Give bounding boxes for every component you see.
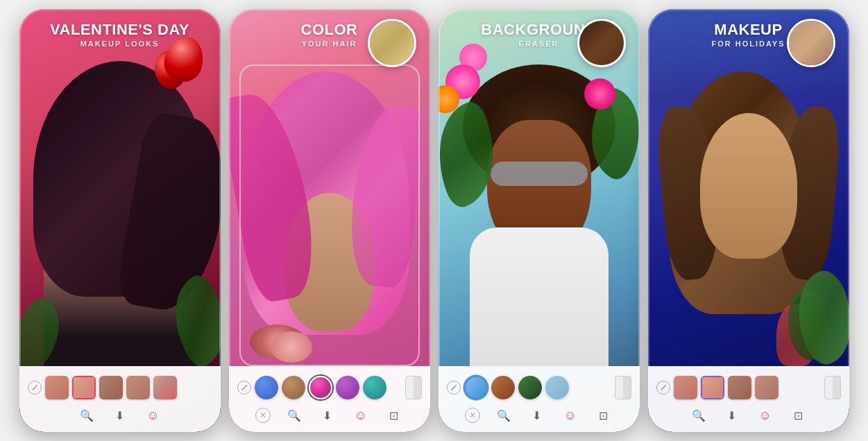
face-swatch-4-1[interactable] bbox=[674, 376, 697, 399]
download-button-3[interactable]: ⬇ bbox=[527, 406, 547, 425]
card-background-eraser: BACKGROUND ERASER ✕ 🔍 ⬇ ☺ ⊡ bbox=[439, 9, 640, 432]
cancel-swatch-3[interactable] bbox=[447, 381, 461, 395]
card-4-portrait bbox=[787, 19, 835, 67]
cancel-swatch-2[interactable] bbox=[237, 381, 251, 395]
magnify-icon-3: 🔍 bbox=[497, 409, 511, 422]
flower-left bbox=[439, 64, 501, 127]
download-icon-1: ⬇ bbox=[115, 409, 124, 422]
face-swatch-3[interactable] bbox=[99, 376, 123, 399]
phones-container: VALENTINE'S DAY MAKEUP LOOKS 🔍 ⬇ ☺ bbox=[0, 0, 868, 441]
cancel-swatch-1[interactable] bbox=[28, 381, 42, 395]
close-button-3[interactable]: ✕ bbox=[465, 408, 480, 423]
card-3-swatches bbox=[444, 370, 634, 404]
bg-swatch-nature[interactable] bbox=[518, 376, 542, 399]
magnify-button-3[interactable]: 🔍 bbox=[494, 406, 513, 425]
hair-swatch-brown[interactable] bbox=[282, 376, 305, 399]
card-3-portrait bbox=[577, 19, 626, 67]
card-1-swatches bbox=[25, 370, 215, 404]
compare-btn-3[interactable] bbox=[615, 376, 631, 399]
close-icon-2: ✕ bbox=[259, 410, 266, 420]
face-retouch-button-2[interactable]: ☺ bbox=[351, 406, 371, 425]
bg-swatch-light[interactable] bbox=[545, 376, 569, 399]
download-button-4[interactable]: ⬇ bbox=[722, 406, 742, 425]
card-1-header: VALENTINE'S DAY MAKEUP LOOKS bbox=[19, 21, 221, 48]
card-color-hair: COLOR YOUR HAIR ✕ 🔍 ⬇ ☺ ⊡ bbox=[229, 9, 430, 432]
download-button-2[interactable]: ⬇ bbox=[318, 406, 337, 425]
portrait-4-img bbox=[789, 21, 833, 65]
face-swatch-1[interactable] bbox=[45, 376, 69, 399]
face-icon-3: ☺ bbox=[563, 408, 576, 423]
face-swatch-4-3[interactable] bbox=[728, 376, 751, 399]
card-2-portrait bbox=[368, 19, 416, 67]
face-icon-4: ☺ bbox=[758, 408, 771, 423]
face-swatch-5[interactable] bbox=[153, 376, 177, 399]
card-valentines-day: VALENTINE'S DAY MAKEUP LOOKS 🔍 ⬇ ☺ bbox=[19, 9, 221, 432]
magnify-button-4[interactable]: 🔍 bbox=[689, 406, 708, 425]
hair-swatch-pink[interactable] bbox=[309, 376, 332, 399]
face-swatch-4[interactable] bbox=[126, 376, 150, 399]
compare-btn-4[interactable] bbox=[824, 376, 841, 399]
magnify-icon-1: 🔍 bbox=[80, 409, 94, 422]
download-icon-2: ⬇ bbox=[323, 409, 332, 422]
share-icon-3: ⊡ bbox=[599, 409, 608, 422]
magnify-button-1[interactable]: 🔍 bbox=[77, 406, 96, 425]
face-icon-1: ☺ bbox=[146, 408, 159, 423]
card-4-toolbar: 🔍 ⬇ ☺ ⊡ bbox=[654, 404, 844, 426]
card-3-toolbar: ✕ 🔍 ⬇ ☺ ⊡ bbox=[444, 404, 634, 426]
magnify-button-2[interactable]: 🔍 bbox=[284, 406, 304, 425]
card-2-inner-frame bbox=[239, 64, 420, 366]
compare-btn-2[interactable] bbox=[405, 376, 422, 399]
close-button-2[interactable]: ✕ bbox=[255, 408, 271, 423]
hair-swatch-purple[interactable] bbox=[336, 376, 359, 399]
download-icon-4: ⬇ bbox=[727, 409, 736, 422]
flower-right bbox=[577, 78, 633, 127]
bg-swatch-texture[interactable] bbox=[491, 376, 515, 399]
magnify-icon-4: 🔍 bbox=[692, 409, 706, 422]
card-1-toolbar: 🔍 ⬇ ☺ bbox=[25, 404, 215, 426]
share-button-4[interactable]: ⊡ bbox=[789, 406, 808, 425]
share-button-2[interactable]: ⊡ bbox=[384, 406, 404, 425]
share-button-3[interactable]: ⊡ bbox=[594, 406, 613, 425]
card-2-swatches bbox=[235, 370, 425, 404]
face-retouch-button-3[interactable]: ☺ bbox=[561, 406, 580, 425]
card-1-bottom-bar: 🔍 ⬇ ☺ bbox=[19, 366, 221, 432]
face-swatch-2[interactable] bbox=[72, 376, 96, 399]
share-icon-2: ⊡ bbox=[389, 409, 398, 422]
card-makeup-holidays: MAKEUP FOR HOLIDAYS 🔍 ⬇ ☺ ⊡ bbox=[648, 9, 849, 432]
card-1-subtitle: MAKEUP LOOKS bbox=[19, 40, 221, 48]
cancel-swatch-4[interactable] bbox=[656, 381, 670, 395]
face-retouch-button-1[interactable]: ☺ bbox=[144, 406, 163, 425]
bg-swatch-blue[interactable] bbox=[464, 376, 488, 399]
card-2-bottom-bar: ✕ 🔍 ⬇ ☺ ⊡ bbox=[229, 366, 430, 432]
download-icon-3: ⬇ bbox=[532, 409, 541, 422]
close-icon-3: ✕ bbox=[469, 410, 476, 420]
card-2-toolbar: ✕ 🔍 ⬇ ☺ ⊡ bbox=[235, 404, 425, 426]
face-icon-2: ☺ bbox=[354, 408, 366, 423]
share-icon-4: ⊡ bbox=[794, 409, 803, 422]
card-1-title: VALENTINE'S DAY bbox=[19, 21, 221, 38]
portrait-3-img bbox=[579, 21, 624, 65]
face-retouch-button-4[interactable]: ☺ bbox=[756, 406, 775, 425]
face-swatch-4-4[interactable] bbox=[755, 376, 778, 399]
hair-swatch-teal[interactable] bbox=[363, 376, 386, 399]
hair-swatch-blue[interactable] bbox=[255, 376, 278, 399]
card-4-bottom-bar: 🔍 ⬇ ☺ ⊡ bbox=[648, 366, 849, 432]
portrait-2-img bbox=[370, 21, 414, 65]
download-button-1[interactable]: ⬇ bbox=[110, 406, 130, 425]
face-swatch-4-2[interactable] bbox=[701, 376, 724, 399]
card-4-swatches bbox=[654, 370, 844, 404]
card-3-bottom-bar: ✕ 🔍 ⬇ ☺ ⊡ bbox=[439, 366, 640, 432]
magnify-icon-2: 🔍 bbox=[287, 409, 301, 422]
